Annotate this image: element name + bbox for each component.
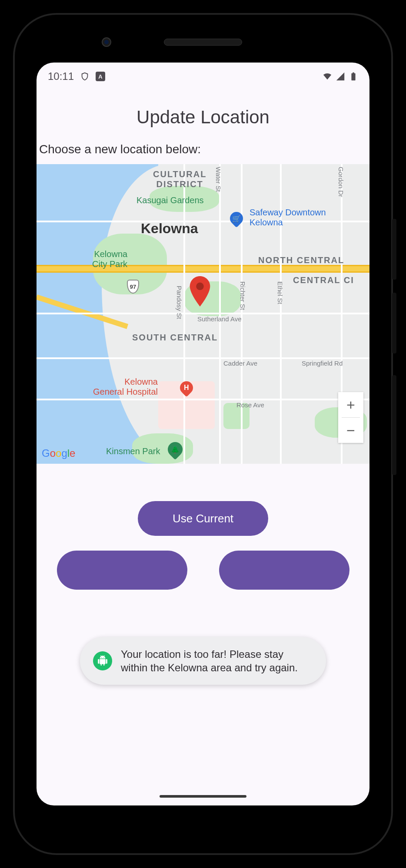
keyboard-icon: A — [96, 72, 105, 81]
map-label-safeway: Safeway Downtown Kelowna — [250, 208, 326, 228]
map-label-rose-ave: Rose Ave — [236, 401, 264, 409]
toast: Your location is too far! Please stay wi… — [80, 637, 326, 685]
safeway-pin-icon: 🛒 — [227, 209, 246, 228]
map-highway — [37, 265, 369, 273]
phone-bezel: 10:11 A Update Location Choose a new loc… — [13, 13, 393, 855]
map-label-hospital: Kelowna General Hospital — [93, 377, 158, 397]
phone-camera — [102, 37, 111, 47]
zoom-out-button[interactable]: − — [338, 418, 363, 443]
battery-icon — [349, 72, 358, 81]
map-label-kelowna: Kelowna — [141, 221, 198, 237]
wifi-icon — [323, 72, 332, 81]
toast-message: Your location is too far! Please stay wi… — [121, 647, 313, 674]
page-title: Update Location — [37, 107, 369, 128]
map-label-central-city: CENTRAL CI — [293, 275, 354, 285]
instruction-text: Choose a new location below: — [37, 142, 369, 164]
map-label-south-central: SOUTH CENTRAL — [132, 333, 218, 343]
zoom-in-button[interactable]: + — [338, 392, 363, 417]
bottom-right-button[interactable] — [219, 551, 349, 590]
map-label-kasugai-gardens: Kasugai Gardens — [136, 195, 204, 205]
map-view[interactable]: CULTURAL DISTRICT Kasugai Gardens Kelown… — [37, 164, 369, 464]
screen: 10:11 A Update Location Choose a new loc… — [37, 63, 369, 805]
map-label-gordon-dr: Gordon Dr — [337, 167, 345, 197]
phone-frame: 10:11 A Update Location Choose a new loc… — [0, 0, 406, 868]
android-icon — [93, 651, 112, 670]
power-button — [392, 375, 396, 475]
cell-signal-icon — [336, 72, 345, 81]
phone-speaker — [164, 39, 242, 46]
map-label-pandosy-st: Pandosy St — [176, 286, 183, 319]
map-label-richter-st: Richter St — [239, 281, 246, 310]
map-label-kinsmen-park: Kinsmen Park — [106, 446, 160, 456]
map-label-springfield-rd: Springfield Rd — [302, 360, 343, 367]
map-label-cultural-district: CULTURAL DISTRICT — [153, 169, 206, 189]
shield-icon — [80, 72, 90, 81]
bottom-button-row — [37, 551, 369, 590]
home-indicator[interactable] — [160, 795, 246, 798]
status-time: 10:11 — [48, 70, 74, 83]
volume-down-button — [392, 293, 396, 353]
map-zoom-controls: + − — [338, 392, 363, 443]
map-marker-icon[interactable] — [190, 276, 210, 297]
status-bar: 10:11 A — [37, 63, 369, 87]
map-label-north-central: NORTH CENTRAL — [258, 255, 344, 265]
google-attribution: Google — [42, 447, 75, 459]
volume-up-button — [392, 219, 396, 280]
map-label-ethel-st: Ethel St — [276, 281, 284, 304]
map-label-cadder-ave: Cadder Ave — [223, 360, 257, 367]
map-label-water-st: Water St — [215, 167, 222, 192]
svg-point-0 — [196, 283, 204, 290]
map-label-sutherland-ave: Sutherland Ave — [197, 315, 241, 323]
map-label-city-park: Kelowna City Park — [92, 249, 127, 269]
bottom-left-button[interactable] — [57, 551, 187, 590]
use-current-button[interactable]: Use Current — [138, 501, 268, 536]
